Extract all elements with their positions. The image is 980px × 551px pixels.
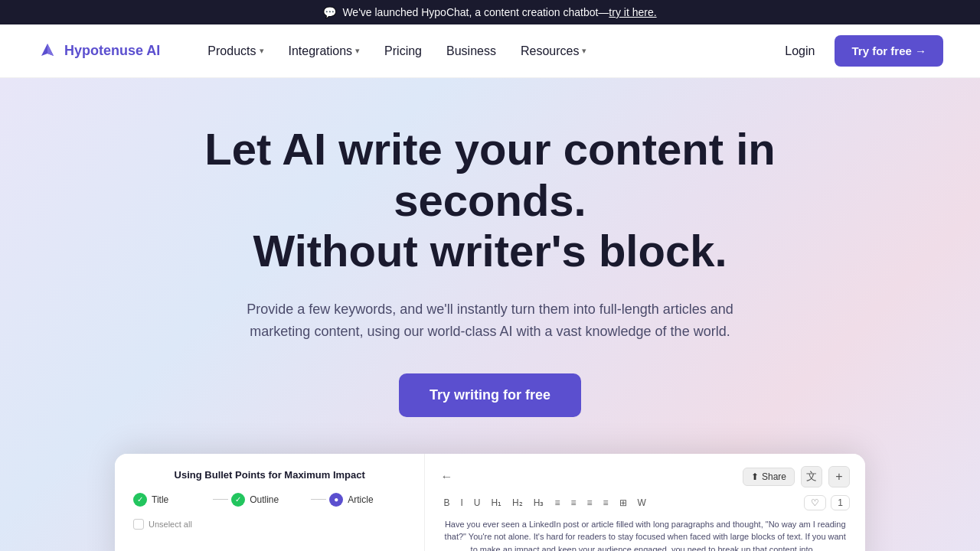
hero-subtitle: Provide a few keywords, and we'll instan… — [230, 298, 750, 343]
list-button-2[interactable]: ≡ — [567, 496, 579, 510]
logo-text: Hypotenuse AI — [64, 43, 160, 59]
nav-links: Products ▾ Integrations ▾ Pricing Busine… — [197, 38, 774, 64]
step-line-2 — [311, 499, 326, 500]
announcement-bar: 💬 We've launched HypoChat, a content cre… — [0, 0, 980, 24]
progress-steps: ✓ Title ✓ Outline ● Article — [133, 493, 406, 507]
logo-icon — [37, 41, 58, 62]
heart-counter: ♡ — [804, 495, 826, 510]
share-button[interactable]: ⬆ Share — [743, 468, 795, 486]
nav-item-pricing[interactable]: Pricing — [374, 38, 433, 64]
preview-document-title: Using Bullet Points for Maximum Impact — [133, 469, 406, 481]
h1-button[interactable]: H₁ — [488, 496, 505, 510]
nav-label-products: Products — [207, 44, 256, 58]
toolbar-right: ⬆ Share 文 + — [743, 466, 850, 487]
count-select[interactable]: 1 — [831, 495, 850, 510]
preview-body-text: Have you ever seen a LinkedIn post or ar… — [440, 518, 850, 551]
step-title-icon: ✓ — [133, 493, 147, 507]
preview-right-panel: ← ⬆ Share 文 + B I U H₁ H₂ H₃ ≡ ≡ — [425, 454, 865, 551]
announcement-link[interactable]: try it here. — [609, 6, 656, 18]
preview-card: Using Bullet Points for Maximum Impact ✓… — [115, 454, 865, 551]
list-button-1[interactable]: ≡ — [551, 496, 563, 510]
step-article: ● Article — [329, 493, 406, 507]
nav-label-business: Business — [446, 44, 496, 58]
step-title-label: Title — [152, 494, 168, 505]
chevron-down-icon: ▾ — [582, 46, 586, 56]
nav-label-resources: Resources — [521, 44, 579, 58]
step-article-icon: ● — [329, 493, 343, 507]
chevron-down-icon: ▾ — [355, 46, 360, 56]
chevron-down-icon: ▾ — [260, 46, 264, 56]
share-icon: ⬆ — [751, 471, 759, 482]
nav-item-products[interactable]: Products ▾ — [197, 38, 274, 64]
step-article-label: Article — [348, 494, 373, 505]
nav-item-resources[interactable]: Resources ▾ — [510, 38, 597, 64]
heart-icon: ♡ — [811, 497, 819, 508]
announcement-icon: 💬 — [323, 6, 336, 18]
try-free-button[interactable]: Try for free → — [835, 35, 943, 67]
nav-label-pricing: Pricing — [384, 44, 422, 58]
translate-button[interactable]: 文 — [801, 466, 822, 487]
cta-button[interactable]: Try writing for free — [399, 373, 581, 417]
nav-right: Login Try for free → — [774, 35, 943, 67]
share-label: Share — [762, 471, 786, 482]
step-outline: ✓ Outline — [231, 493, 308, 507]
step-outline-icon: ✓ — [231, 493, 245, 507]
nav-label-integrations: Integrations — [289, 44, 353, 58]
grid-button[interactable]: ⊞ — [616, 496, 630, 510]
bold-button[interactable]: B — [440, 496, 452, 510]
logo[interactable]: Hypotenuse AI — [37, 41, 160, 62]
preview-left-panel: Using Bullet Points for Maximum Impact ✓… — [115, 454, 425, 551]
step-title: ✓ Title — [133, 493, 210, 507]
italic-button[interactable]: I — [457, 496, 466, 510]
h3-button[interactable]: H₃ — [531, 496, 547, 510]
hero-title: Let AI write your content in seconds. Wi… — [145, 124, 835, 277]
unselect-row: Unselect all — [133, 519, 406, 530]
editor-toolbar: B I U H₁ H₂ H₃ ≡ ≡ ≡ ≡ ⊞ W ♡ 1 — [440, 495, 850, 510]
navbar: Hypotenuse AI Products ▾ Integrations ▾ … — [0, 24, 980, 78]
login-button[interactable]: Login — [774, 38, 825, 64]
nav-item-integrations[interactable]: Integrations ▾ — [278, 38, 371, 64]
list-button-3[interactable]: ≡ — [583, 496, 595, 510]
hero-section: Let AI write your content in seconds. Wi… — [0, 78, 980, 551]
step-line-1 — [213, 499, 228, 500]
step-outline-label: Outline — [250, 494, 279, 505]
nav-item-business[interactable]: Business — [436, 38, 507, 64]
unselect-label: Unselect all — [149, 520, 192, 529]
add-button[interactable]: + — [828, 466, 850, 487]
list-button-4[interactable]: ≡ — [600, 496, 612, 510]
unselect-checkbox[interactable] — [133, 519, 144, 530]
right-toolbar: ← ⬆ Share 文 + — [440, 466, 850, 487]
underline-button[interactable]: U — [471, 496, 484, 510]
back-button[interactable]: ← — [440, 470, 452, 484]
word-button[interactable]: W — [635, 496, 649, 510]
announcement-text: We've launched HypoChat, a content creat… — [342, 6, 656, 18]
h2-button[interactable]: H₂ — [509, 496, 526, 510]
